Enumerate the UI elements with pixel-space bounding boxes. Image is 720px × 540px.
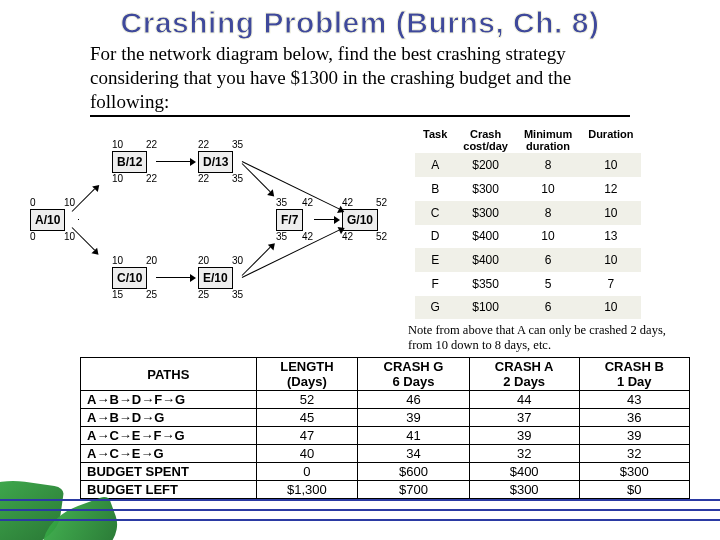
th-crash-g: CRASH G6 Days (358, 358, 470, 391)
d-ls: 22 (198, 173, 209, 184)
a-es: 0 (30, 197, 36, 208)
path-value: 40 (256, 445, 358, 463)
edge-a-c (72, 227, 95, 250)
c-es: 10 (112, 255, 123, 266)
path-value: 37 (469, 409, 579, 427)
g-ef: 52 (376, 197, 387, 208)
path-value: 39 (579, 427, 690, 445)
task-cell: 10 (516, 177, 580, 201)
edge-b-d (156, 161, 190, 162)
intro-text: For the network diagram below, find the … (90, 42, 630, 113)
budget-value: $300 (579, 463, 690, 481)
th-crash-b: CRASH B1 Day (579, 358, 690, 391)
path-value: 44 (469, 391, 579, 409)
path-label: A→B→D→F→G (81, 391, 257, 409)
e-ef: 30 (232, 255, 243, 266)
g-lf: 52 (376, 231, 387, 242)
budget-value: $0 (579, 481, 690, 499)
path-label: A→C→E→F→G (81, 427, 257, 445)
path-value: 32 (469, 445, 579, 463)
th-crash-a: CRASH A2 Days (469, 358, 579, 391)
task-cell: A (415, 153, 455, 177)
a-ls: 0 (30, 231, 36, 242)
task-cell: $400 (455, 248, 516, 272)
d-lf: 35 (232, 173, 243, 184)
e-lf: 35 (232, 289, 243, 300)
th-length: LENGTH(Days) (256, 358, 358, 391)
edge-a-b (72, 189, 95, 212)
task-cell: 6 (516, 296, 580, 320)
edge-c-e (156, 277, 190, 278)
task-cell: $350 (455, 272, 516, 296)
th-paths: PATHS (81, 358, 257, 391)
path-label: A→C→E→G (81, 445, 257, 463)
node-c: C/10 (112, 267, 147, 289)
task-cell: F (415, 272, 455, 296)
node-a: A/10 (30, 209, 65, 231)
task-cell: 10 (580, 296, 641, 320)
a-ef: 10 (64, 197, 75, 208)
budget-value: $1,300 (256, 481, 358, 499)
b-ef: 22 (146, 139, 157, 150)
task-cell: $200 (455, 153, 516, 177)
path-value: 43 (579, 391, 690, 409)
task-cell: 10 (580, 248, 641, 272)
stripe (0, 519, 720, 526)
budget-value: $400 (469, 463, 579, 481)
budget-value: $600 (358, 463, 470, 481)
th-task: Task (415, 127, 455, 153)
path-value: 39 (358, 409, 470, 427)
c-ef: 20 (146, 255, 157, 266)
task-cell: 8 (516, 201, 580, 225)
task-cell: $400 (455, 225, 516, 249)
task-cell: 10 (580, 153, 641, 177)
node-b: B/12 (112, 151, 147, 173)
task-table: Task Crashcost/day Minimumduration Durat… (415, 127, 641, 319)
f-lf: 42 (302, 231, 313, 242)
note-text: Note from above that A can only be crash… (0, 323, 690, 353)
task-cell: $100 (455, 296, 516, 320)
task-cell: D (415, 225, 455, 249)
th-crash-cost: Crashcost/day (455, 127, 516, 153)
path-value: 39 (469, 427, 579, 445)
task-cell: 6 (516, 248, 580, 272)
node-f: F/7 (276, 209, 303, 231)
budget-value: $300 (469, 481, 579, 499)
paths-table: PATHS LENGTH(Days) CRASH G6 Days CRASH A… (80, 357, 690, 499)
d-ef: 35 (232, 139, 243, 150)
path-label: A→B→D→G (81, 409, 257, 427)
task-cell: E (415, 248, 455, 272)
page-title: Crashing Problem (Burns, Ch. 8) (0, 0, 720, 40)
task-cell: 5 (516, 272, 580, 296)
c-lf: 25 (146, 289, 157, 300)
edge-e-f (242, 247, 271, 276)
edge-e-g (242, 230, 340, 278)
node-e: E/10 (198, 267, 233, 289)
mid-section: A/10 0 10 0 10 B/12 10 22 10 22 C/10 10 … (20, 127, 700, 319)
th-dur: Duration (580, 127, 641, 153)
e-ls: 25 (198, 289, 209, 300)
f-es: 35 (276, 197, 287, 208)
path-value: 46 (358, 391, 470, 409)
node-d: D/13 (198, 151, 233, 173)
b-es: 10 (112, 139, 123, 150)
b-lf: 22 (146, 173, 157, 184)
th-min-dur: Minimumduration (516, 127, 580, 153)
budget-label: BUDGET LEFT (81, 481, 257, 499)
path-value: 45 (256, 409, 358, 427)
task-cell: 12 (580, 177, 641, 201)
a-lf: 10 (64, 231, 75, 242)
path-value: 34 (358, 445, 470, 463)
task-cell: 10 (580, 201, 641, 225)
budget-value: $700 (358, 481, 470, 499)
task-cell: C (415, 201, 455, 225)
task-cell: 10 (516, 225, 580, 249)
task-cell: $300 (455, 201, 516, 225)
b-ls: 10 (112, 173, 123, 184)
path-value: 41 (358, 427, 470, 445)
node-g: G/10 (342, 209, 378, 231)
edge-f-g (314, 219, 334, 220)
stripe (0, 499, 720, 506)
budget-label: BUDGET SPENT (81, 463, 257, 481)
f-ls: 35 (276, 231, 287, 242)
